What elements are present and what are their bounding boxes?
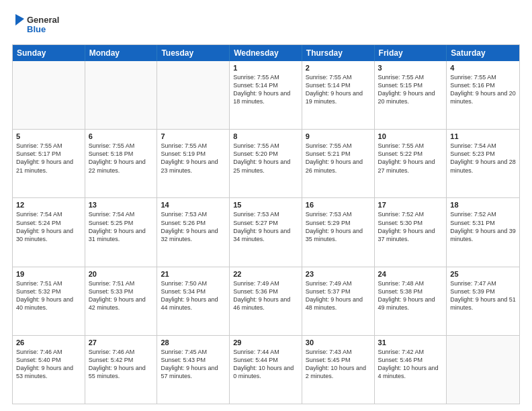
day-cell: 12Sunrise: 7:54 AM Sunset: 5:24 PM Dayli… bbox=[13, 198, 85, 266]
day-cell: 13Sunrise: 7:54 AM Sunset: 5:25 PM Dayli… bbox=[85, 198, 158, 266]
day-cell: 1Sunrise: 7:55 AM Sunset: 5:14 PM Daylig… bbox=[230, 61, 302, 129]
day-number: 21 bbox=[161, 270, 226, 278]
day-info: Sunrise: 7:53 AM Sunset: 5:27 PM Dayligh… bbox=[233, 210, 298, 243]
day-cell: 8Sunrise: 7:55 AM Sunset: 5:20 PM Daylig… bbox=[230, 130, 302, 197]
day-number: 24 bbox=[378, 270, 443, 278]
logo-svg: GeneralBlue bbox=[12, 12, 66, 38]
day-number: 6 bbox=[89, 132, 154, 140]
week-row-5: 26Sunrise: 7:46 AM Sunset: 5:40 PM Dayli… bbox=[13, 335, 519, 404]
day-cell: 24Sunrise: 7:48 AM Sunset: 5:38 PM Dayli… bbox=[375, 267, 447, 335]
day-cell: 21Sunrise: 7:50 AM Sunset: 5:34 PM Dayli… bbox=[157, 267, 230, 335]
day-number: 11 bbox=[450, 132, 516, 140]
day-cell: 11Sunrise: 7:54 AM Sunset: 5:23 PM Dayli… bbox=[447, 130, 519, 197]
day-header-friday: Friday bbox=[375, 45, 447, 61]
day-number: 10 bbox=[378, 132, 443, 140]
day-header-monday: Monday bbox=[85, 45, 158, 61]
day-cell bbox=[447, 336, 519, 404]
day-number: 1 bbox=[233, 64, 298, 72]
day-cell: 15Sunrise: 7:53 AM Sunset: 5:27 PM Dayli… bbox=[230, 198, 302, 266]
day-info: Sunrise: 7:55 AM Sunset: 5:15 PM Dayligh… bbox=[378, 73, 443, 106]
day-cell: 10Sunrise: 7:55 AM Sunset: 5:22 PM Dayli… bbox=[375, 130, 447, 197]
day-info: Sunrise: 7:46 AM Sunset: 5:42 PM Dayligh… bbox=[89, 348, 154, 381]
day-cell: 31Sunrise: 7:42 AM Sunset: 5:46 PM Dayli… bbox=[375, 336, 447, 404]
day-cell bbox=[157, 61, 230, 129]
day-info: Sunrise: 7:55 AM Sunset: 5:17 PM Dayligh… bbox=[16, 142, 81, 175]
day-info: Sunrise: 7:50 AM Sunset: 5:34 PM Dayligh… bbox=[161, 279, 226, 312]
day-number: 4 bbox=[450, 64, 516, 72]
day-headers: SundayMondayTuesdayWednesdayThursdayFrid… bbox=[13, 45, 519, 61]
day-number: 28 bbox=[161, 338, 226, 347]
day-info: Sunrise: 7:44 AM Sunset: 5:44 PM Dayligh… bbox=[233, 348, 298, 381]
day-number: 31 bbox=[378, 338, 443, 347]
day-header-tuesday: Tuesday bbox=[157, 45, 230, 61]
day-number: 12 bbox=[16, 201, 81, 209]
day-number: 18 bbox=[450, 201, 516, 209]
day-number: 8 bbox=[233, 132, 298, 140]
day-cell: 28Sunrise: 7:45 AM Sunset: 5:43 PM Dayli… bbox=[157, 336, 230, 404]
day-number: 26 bbox=[16, 338, 81, 347]
day-number: 15 bbox=[233, 201, 298, 209]
day-info: Sunrise: 7:54 AM Sunset: 5:23 PM Dayligh… bbox=[450, 142, 516, 175]
header: GeneralBlue bbox=[12, 12, 520, 38]
day-info: Sunrise: 7:51 AM Sunset: 5:33 PM Dayligh… bbox=[89, 279, 154, 312]
day-info: Sunrise: 7:47 AM Sunset: 5:39 PM Dayligh… bbox=[450, 279, 516, 312]
day-info: Sunrise: 7:54 AM Sunset: 5:24 PM Dayligh… bbox=[16, 210, 81, 243]
day-info: Sunrise: 7:46 AM Sunset: 5:40 PM Dayligh… bbox=[16, 348, 81, 381]
day-number: 7 bbox=[161, 132, 226, 140]
week-row-2: 5Sunrise: 7:55 AM Sunset: 5:17 PM Daylig… bbox=[13, 129, 519, 197]
day-info: Sunrise: 7:52 AM Sunset: 5:30 PM Dayligh… bbox=[378, 210, 443, 243]
day-cell: 14Sunrise: 7:53 AM Sunset: 5:26 PM Dayli… bbox=[157, 198, 230, 266]
day-info: Sunrise: 7:55 AM Sunset: 5:21 PM Dayligh… bbox=[306, 142, 371, 175]
day-cell: 6Sunrise: 7:55 AM Sunset: 5:18 PM Daylig… bbox=[85, 130, 158, 197]
day-info: Sunrise: 7:48 AM Sunset: 5:38 PM Dayligh… bbox=[378, 279, 443, 312]
day-info: Sunrise: 7:55 AM Sunset: 5:18 PM Dayligh… bbox=[89, 142, 154, 175]
day-info: Sunrise: 7:53 AM Sunset: 5:26 PM Dayligh… bbox=[161, 210, 226, 243]
svg-marker-0 bbox=[15, 14, 24, 26]
day-header-sunday: Sunday bbox=[13, 45, 85, 61]
day-cell: 25Sunrise: 7:47 AM Sunset: 5:39 PM Dayli… bbox=[447, 267, 519, 335]
day-cell: 20Sunrise: 7:51 AM Sunset: 5:33 PM Dayli… bbox=[85, 267, 158, 335]
day-info: Sunrise: 7:55 AM Sunset: 5:22 PM Dayligh… bbox=[378, 142, 443, 175]
day-cell: 19Sunrise: 7:51 AM Sunset: 5:32 PM Dayli… bbox=[13, 267, 85, 335]
week-row-4: 19Sunrise: 7:51 AM Sunset: 5:32 PM Dayli… bbox=[13, 267, 519, 335]
day-number: 17 bbox=[378, 201, 443, 209]
day-cell: 30Sunrise: 7:43 AM Sunset: 5:45 PM Dayli… bbox=[302, 336, 375, 404]
calendar: SundayMondayTuesdayWednesdayThursdayFrid… bbox=[12, 44, 520, 404]
day-number: 27 bbox=[89, 338, 154, 347]
day-number: 14 bbox=[161, 201, 226, 209]
day-number: 22 bbox=[233, 270, 298, 278]
day-cell: 29Sunrise: 7:44 AM Sunset: 5:44 PM Dayli… bbox=[230, 336, 302, 404]
svg-text:General: General bbox=[27, 15, 59, 25]
week-row-1: 1Sunrise: 7:55 AM Sunset: 5:14 PM Daylig… bbox=[13, 61, 519, 129]
day-cell: 5Sunrise: 7:55 AM Sunset: 5:17 PM Daylig… bbox=[13, 130, 85, 197]
page: GeneralBlue SundayMondayTuesdayWednesday… bbox=[0, 0, 532, 411]
day-info: Sunrise: 7:55 AM Sunset: 5:20 PM Dayligh… bbox=[233, 142, 298, 175]
day-number: 13 bbox=[89, 201, 154, 209]
day-info: Sunrise: 7:55 AM Sunset: 5:16 PM Dayligh… bbox=[450, 73, 516, 106]
day-number: 9 bbox=[306, 132, 371, 140]
day-cell: 26Sunrise: 7:46 AM Sunset: 5:40 PM Dayli… bbox=[13, 336, 85, 404]
day-info: Sunrise: 7:51 AM Sunset: 5:32 PM Dayligh… bbox=[16, 279, 81, 312]
day-info: Sunrise: 7:54 AM Sunset: 5:25 PM Dayligh… bbox=[89, 210, 154, 243]
day-number: 29 bbox=[233, 338, 298, 347]
day-info: Sunrise: 7:52 AM Sunset: 5:31 PM Dayligh… bbox=[450, 210, 516, 243]
day-info: Sunrise: 7:45 AM Sunset: 5:43 PM Dayligh… bbox=[161, 348, 226, 381]
day-info: Sunrise: 7:42 AM Sunset: 5:46 PM Dayligh… bbox=[378, 348, 443, 381]
day-cell: 23Sunrise: 7:49 AM Sunset: 5:37 PM Dayli… bbox=[302, 267, 375, 335]
day-header-saturday: Saturday bbox=[447, 45, 519, 61]
day-cell: 16Sunrise: 7:53 AM Sunset: 5:29 PM Dayli… bbox=[302, 198, 375, 266]
day-number: 2 bbox=[306, 64, 371, 72]
day-info: Sunrise: 7:55 AM Sunset: 5:14 PM Dayligh… bbox=[306, 73, 371, 106]
logo: GeneralBlue bbox=[12, 12, 66, 38]
week-row-3: 12Sunrise: 7:54 AM Sunset: 5:24 PM Dayli… bbox=[13, 197, 519, 266]
day-cell: 27Sunrise: 7:46 AM Sunset: 5:42 PM Dayli… bbox=[85, 336, 158, 404]
day-cell bbox=[13, 61, 85, 129]
day-cell: 17Sunrise: 7:52 AM Sunset: 5:30 PM Dayli… bbox=[375, 198, 447, 266]
day-cell: 22Sunrise: 7:49 AM Sunset: 5:36 PM Dayli… bbox=[230, 267, 302, 335]
day-cell: 3Sunrise: 7:55 AM Sunset: 5:15 PM Daylig… bbox=[375, 61, 447, 129]
day-cell: 18Sunrise: 7:52 AM Sunset: 5:31 PM Dayli… bbox=[447, 198, 519, 266]
day-number: 5 bbox=[16, 132, 81, 140]
day-info: Sunrise: 7:49 AM Sunset: 5:37 PM Dayligh… bbox=[306, 279, 371, 312]
svg-text:Blue: Blue bbox=[27, 24, 46, 34]
day-cell: 4Sunrise: 7:55 AM Sunset: 5:16 PM Daylig… bbox=[447, 61, 519, 129]
